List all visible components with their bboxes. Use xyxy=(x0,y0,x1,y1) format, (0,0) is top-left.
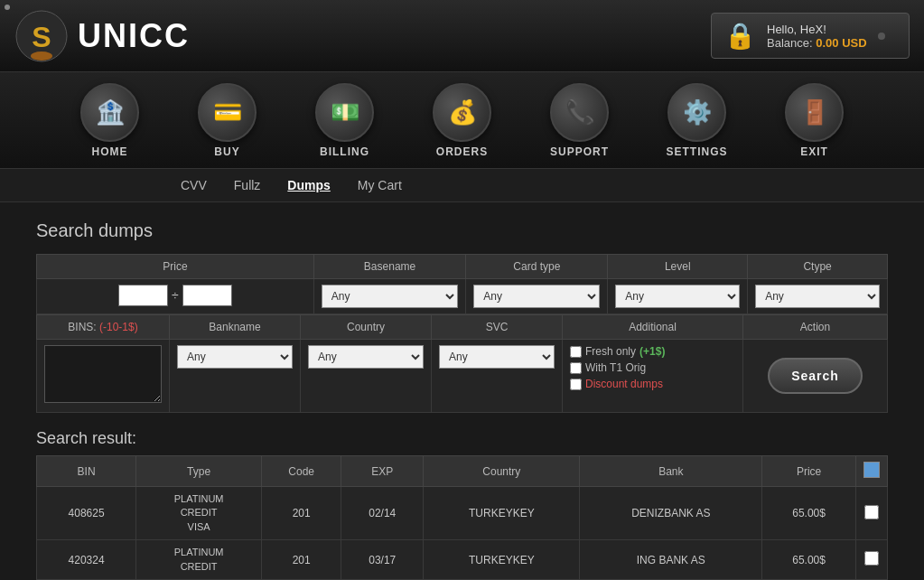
logo-area: S UNICC xyxy=(14,9,190,63)
fresh-only-row: Fresh only (+1$) xyxy=(570,345,735,358)
fresh-only-checkbox[interactable] xyxy=(570,346,582,358)
nav-item-billing[interactable]: 💵 BILLING xyxy=(286,80,404,161)
search-dumps-title: Search dumps xyxy=(36,220,888,241)
col-bin: BIN xyxy=(37,456,136,487)
svc-header: SVC xyxy=(432,315,563,340)
search-form-table: Price Basename Card type Level Ctype ÷ xyxy=(36,254,888,314)
cell-bank: DENIZBANK AS xyxy=(580,487,762,540)
price-header: Price xyxy=(37,255,314,279)
cell-exp: 02/14 xyxy=(341,487,424,540)
logo-icon: S xyxy=(14,9,69,63)
cell-exp: 03/17 xyxy=(341,540,424,580)
bankname-select-cell: Any xyxy=(170,340,301,413)
billing-icon: 💵 xyxy=(315,83,374,142)
nav-item-orders[interactable]: 💰 ORDERS xyxy=(404,80,521,161)
home-icon: 🏦 xyxy=(80,83,139,142)
nav-label-settings: SETTINGS xyxy=(666,145,727,158)
nav-label-support: SUPPORT xyxy=(550,145,609,158)
col-code: Code xyxy=(262,456,341,487)
col-exp: EXP xyxy=(341,456,424,487)
nav-label-orders: ORDERS xyxy=(436,145,488,158)
nav-item-support[interactable]: 📞 SUPPORT xyxy=(521,80,639,161)
logo-text: UNICC xyxy=(78,17,190,55)
price-cell: ÷ xyxy=(37,279,314,314)
search-form-table2: BINS: (-10-1$) Bankname Country SVC Addi… xyxy=(36,314,888,413)
subnav-mycart[interactable]: My Cart xyxy=(358,178,402,192)
bins-textarea[interactable] xyxy=(44,345,162,403)
user-info-box: 🔒 Hello, HeX! Balance: 0.00 USD xyxy=(711,13,910,59)
user-text: Hello, HeX! Balance: 0.00 USD xyxy=(767,23,867,50)
price-max-input[interactable] xyxy=(182,285,232,306)
bankname-select[interactable]: Any xyxy=(177,345,293,369)
nav-item-buy[interactable]: 💳 BUY xyxy=(169,80,286,161)
with-t1-checkbox[interactable] xyxy=(570,362,582,374)
svg-text:S: S xyxy=(32,21,51,53)
ctype-select[interactable]: Any xyxy=(755,285,880,308)
cell-checkbox xyxy=(856,540,888,580)
fresh-bonus-label: (+1$) xyxy=(639,345,665,358)
nav-label-buy: BUY xyxy=(214,145,239,158)
bins-cell xyxy=(37,340,170,413)
select-all-checkbox[interactable] xyxy=(863,462,880,478)
nav-item-settings[interactable]: ⚙️ SETTINGS xyxy=(639,80,756,161)
results-table: BIN Type Code EXP Country Bank Price 408… xyxy=(36,455,888,580)
basename-cell: Any xyxy=(313,279,466,314)
with-t1-label: With T1 Orig xyxy=(585,361,646,374)
results-title: Search result: xyxy=(36,429,888,448)
cardtype-select[interactable]: Any xyxy=(473,285,600,308)
price-divider: ÷ xyxy=(172,288,179,303)
col-country: Country xyxy=(424,456,580,487)
cardtype-cell: Any xyxy=(466,279,608,314)
discount-checkbox[interactable] xyxy=(570,379,582,390)
ctype-header: Ctype xyxy=(748,255,888,279)
buy-icon: 💳 xyxy=(198,83,257,142)
subnav-cvv[interactable]: CVV xyxy=(181,178,207,192)
table-row: 420324 PLATINUMCREDIT 201 03/17 TURKEYKE… xyxy=(37,540,888,580)
bins-sublabel: (-10-1$) xyxy=(99,321,138,333)
svg-point-2 xyxy=(31,51,52,61)
col-price: Price xyxy=(762,456,856,487)
bins-label: BINS: xyxy=(68,321,96,333)
nav-item-exit[interactable]: 🚪 EXIT xyxy=(756,80,873,161)
nav-label-home: HOME xyxy=(92,145,128,158)
level-cell: Any xyxy=(608,279,748,314)
cell-bank: ING BANK AS xyxy=(580,540,762,580)
main-content: Search dumps Price Basename Card type Le… xyxy=(0,202,924,580)
cell-price: 65.00$ xyxy=(762,487,856,540)
discount-label: Discount dumps xyxy=(585,378,663,390)
row-select-checkbox[interactable] xyxy=(864,505,879,519)
search-button[interactable]: Search xyxy=(768,358,863,394)
svc-select[interactable]: Any xyxy=(439,345,555,369)
cardtype-header: Card type xyxy=(466,255,608,279)
additional-cell: Fresh only (+1$) With T1 Orig Discount d… xyxy=(563,340,743,413)
cell-code: 201 xyxy=(262,487,341,540)
bins-header: BINS: (-10-1$) xyxy=(37,315,170,340)
cell-checkbox xyxy=(856,487,888,540)
cell-type: PLATINUMCREDIT xyxy=(136,540,262,580)
table-row: 408625 PLATINUMCREDITVISA 201 02/14 TURK… xyxy=(37,487,888,540)
settings-icon: ⚙️ xyxy=(667,83,726,142)
cell-price: 65.00$ xyxy=(762,540,856,580)
header: S UNICC 🔒 Hello, HeX! Balance: 0.00 USD xyxy=(0,0,924,72)
cell-bin: 420324 xyxy=(37,540,136,580)
basename-select[interactable]: Any xyxy=(322,285,459,308)
col-select xyxy=(856,456,888,487)
balance-label: Balance: xyxy=(767,36,813,50)
col-type: Type xyxy=(136,456,262,487)
exit-icon: 🚪 xyxy=(785,83,844,142)
country-header: Country xyxy=(301,315,432,340)
price-min-input[interactable] xyxy=(118,285,168,306)
nav-label-exit: EXIT xyxy=(800,145,828,158)
cell-bin: 408625 xyxy=(37,487,136,540)
subnav-fullz[interactable]: Fullz xyxy=(234,178,261,192)
price-inputs: ÷ xyxy=(44,285,306,306)
svc-select-cell: Any xyxy=(432,340,563,413)
level-select[interactable]: Any xyxy=(615,285,740,308)
row-select-checkbox[interactable] xyxy=(864,551,879,566)
subnav-dumps[interactable]: Dumps xyxy=(287,178,330,192)
discount-row: Discount dumps xyxy=(570,378,735,390)
nav-item-home[interactable]: 🏦 HOME xyxy=(51,80,169,161)
level-header: Level xyxy=(608,255,748,279)
orders-icon: 💰 xyxy=(433,83,491,142)
country-select[interactable]: Any xyxy=(308,345,424,369)
